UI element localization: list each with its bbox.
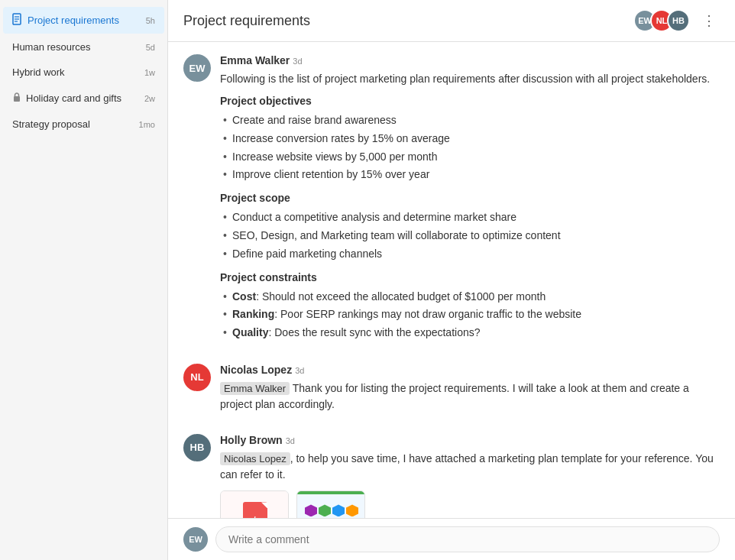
section-title: Project constraints	[220, 271, 720, 283]
hex-shape	[332, 504, 345, 516]
message-avatar: NL	[183, 364, 211, 391]
sidebar-item-label: Project requirements	[28, 15, 141, 26]
bullet-list: Conduct a competitive analysis and deter…	[220, 209, 720, 263]
mention-tag: Nicolas Lopez	[220, 452, 290, 465]
header-avatar: HB	[667, 9, 690, 32]
sidebar-item-strategy-proposal[interactable]: Strategy proposal1mo	[3, 112, 164, 136]
bullet-bold: Ranking	[232, 308, 274, 320]
bullet-bold: Quality	[232, 326, 268, 338]
message-body: Emma Walker3dFollowing is the list of pr…	[220, 54, 720, 348]
bullet-list: Create and raise brand awarenessIncrease…	[220, 112, 720, 184]
lock-icon	[12, 92, 21, 105]
sidebar-item-time: 5h	[146, 16, 155, 25]
message-header: Holly Brown3d	[220, 434, 720, 446]
attachment-card[interactable]: Marketing-stra...Proof this file2h	[296, 490, 365, 518]
message-intro: Following is the list of project marketi…	[220, 71, 720, 87]
message-header: Emma Walker3d	[220, 54, 720, 66]
header: Project requirements EWNLHB ⋮	[168, 0, 735, 42]
message: NLNicolas Lopez3dEmma Walker Thank you f…	[183, 364, 720, 419]
list-item: Create and raise brand awareness	[220, 112, 720, 130]
list-item: Improve client retention by 15% over yea…	[220, 166, 720, 184]
list-item: Conduct a competitive analysis and deter…	[220, 209, 720, 227]
list-item: Quality: Does the result sync with the e…	[220, 324, 720, 342]
sidebar-item-label: Holiday card and gifts	[26, 92, 140, 104]
attachment-preview	[221, 491, 289, 518]
sidebar-item-hybrid-work[interactable]: Hybrid work1w	[3, 60, 164, 84]
sidebar-item-project-requirements[interactable]: Project requirements5h	[3, 7, 164, 34]
message-time: 3d	[286, 436, 295, 445]
sidebar-item-time: 1mo	[139, 120, 155, 129]
message-time: 3d	[295, 366, 304, 375]
attachment-card[interactable]: Marketing-plan...Proof this file2h	[220, 490, 289, 518]
message-time: 3d	[293, 57, 302, 66]
message-body: Nicolas Lopez3dEmma Walker Thank you for…	[220, 364, 720, 419]
message-text: Emma Walker Thank you for listing the pr…	[220, 380, 720, 413]
message: EWEmma Walker3dFollowing is the list of …	[183, 54, 720, 348]
hex-shape	[346, 504, 358, 516]
more-icon: ⋮	[702, 12, 717, 29]
comment-area: EW	[168, 518, 735, 560]
list-item: SEO, Design, and Marketing team will col…	[220, 227, 720, 245]
doc-icon	[12, 13, 23, 28]
sidebar-item-human-resources[interactable]: Human resources5d	[3, 35, 164, 59]
svg-rect-4	[14, 96, 20, 102]
list-item: Increase conversion rates by 15% on aver…	[220, 130, 720, 148]
message-author: Nicolas Lopez	[220, 364, 292, 376]
list-item: Define paid marketing channels	[220, 245, 720, 264]
page-title: Project requirements	[183, 13, 633, 29]
sidebar-item-time: 2w	[144, 94, 155, 103]
message-text: Nicolas Lopez, to help you save time, I …	[220, 451, 720, 483]
attachment-preview	[297, 491, 365, 518]
bullet-list: Cost: Should not exceed the allocated bu…	[220, 288, 720, 342]
sidebar-item-time: 1w	[144, 68, 155, 77]
hex-shape	[319, 504, 331, 516]
list-item: Increase website views by 5,000 per mont…	[220, 148, 720, 167]
sidebar-item-time: 5d	[146, 43, 155, 52]
bullet-bold: Cost	[232, 290, 256, 303]
message-avatar: HB	[183, 434, 211, 461]
message-author: Holly Brown	[220, 434, 283, 446]
green-bar	[297, 491, 365, 494]
pdf-icon	[243, 502, 267, 518]
sidebar-item-label: Strategy proposal	[12, 118, 134, 130]
comment-avatar: EW	[183, 527, 208, 552]
sidebar: Project requirements5hHuman resources5dH…	[0, 0, 168, 560]
message-header: Nicolas Lopez3d	[220, 364, 720, 376]
message: HBHolly Brown3dNicolas Lopez, to help yo…	[183, 434, 720, 518]
list-item: Ranking: Poor SERP rankings may not draw…	[220, 306, 720, 324]
main-panel: Project requirements EWNLHB ⋮ EWEmma Wal…	[168, 0, 735, 560]
header-avatars: EWNLHB	[633, 9, 690, 32]
section-title: Project scope	[220, 192, 720, 204]
section-title: Project objectives	[220, 95, 720, 107]
message-avatar: EW	[183, 54, 211, 82]
list-item: Cost: Should not exceed the allocated bu…	[220, 288, 720, 306]
sidebar-item-label: Hybrid work	[12, 66, 140, 78]
sidebar-item-holiday-card-and-gifts[interactable]: Holiday card and gifts2w	[3, 86, 164, 111]
attachments: Marketing-plan...Proof this file2hMarket…	[220, 490, 720, 518]
mention-tag: Emma Walker	[220, 382, 290, 395]
comment-input[interactable]	[215, 526, 720, 552]
content-area: EWEmma Walker3dFollowing is the list of …	[168, 42, 735, 518]
more-menu-button[interactable]: ⋮	[699, 9, 720, 32]
hex-shape	[305, 504, 317, 516]
sidebar-item-label: Human resources	[12, 41, 141, 53]
hex-container	[297, 501, 365, 518]
message-author: Emma Walker	[220, 54, 290, 66]
message-body: Holly Brown3dNicolas Lopez, to help you …	[220, 434, 720, 518]
